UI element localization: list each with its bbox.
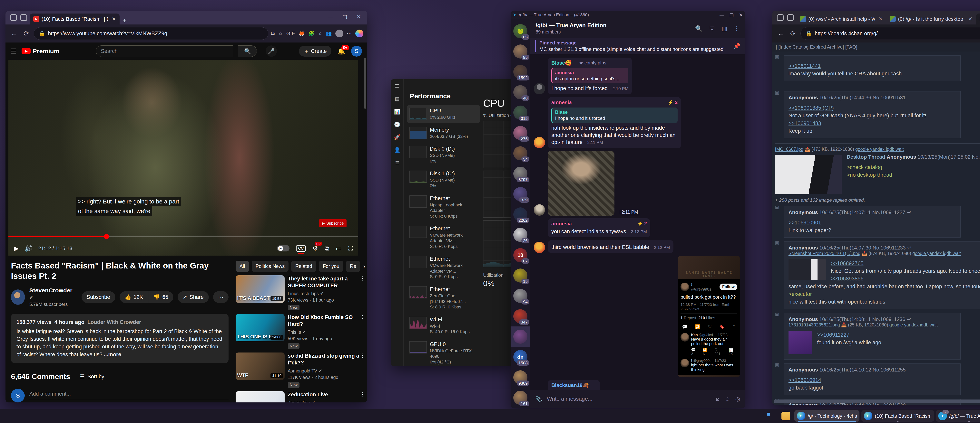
vertical-tabs-icon[interactable] xyxy=(787,14,794,21)
video-thumbnail[interactable]: 39:38 xyxy=(235,391,285,402)
chat-list-item[interactable]: 1592 xyxy=(511,62,530,82)
taskbar-start[interactable] xyxy=(764,410,777,421)
post-collapse-icon[interactable]: ▣ xyxy=(775,90,779,95)
page-scrollbar[interactable] xyxy=(364,58,366,109)
paid-reaction[interactable]: ⚡ 2 xyxy=(631,221,647,227)
quote-link[interactable]: >>106910901 xyxy=(789,220,821,226)
fc-address-bar[interactable]: 🔒https://boards.4chan.org/g/ xyxy=(800,27,980,40)
message-author[interactable]: Blacksuan19🍂 xyxy=(551,382,589,388)
video-thumbnail[interactable]: WTF41:10 xyxy=(235,352,285,380)
image-search-links[interactable]: google yandex iqdb wait xyxy=(889,322,938,328)
chat-header[interactable]: /g/b/ — True Aryan Edition 89 members 🔍 … xyxy=(530,19,745,38)
miniplayer-icon[interactable]: ⧉ xyxy=(325,245,329,252)
chat-list-item[interactable]: 9309 xyxy=(511,367,530,388)
sidebar-toggle-icon[interactable]: ▥ xyxy=(722,25,727,32)
chat-list-item[interactable]: 1867 xyxy=(511,245,530,265)
tab-close-icon[interactable]: ✕ xyxy=(967,16,972,22)
video-thumbnail[interactable]: IT'S A BEAST19:58 xyxy=(235,275,285,303)
tab-close-icon[interactable]: ✕ xyxy=(877,16,883,22)
filter-chip[interactable]: For you xyxy=(319,261,344,272)
voice-chat-icon[interactable]: 🗨 xyxy=(709,25,715,32)
quote-link[interactable]: >>106892765 xyxy=(831,260,864,266)
details-icon[interactable]: ≣ xyxy=(395,160,399,166)
taskbar-telegram[interactable]: ➤60/g/b/ — True Aryan Edit xyxy=(936,410,980,421)
perf-item-wi-fi[interactable]: Wi-FiWi-FiS: 40.0 R: 16.0 Kbps xyxy=(407,314,480,337)
file-link[interactable]: Screenshot From 2025-10-1(...).png xyxy=(789,251,861,256)
more-actions-button[interactable]: ··· xyxy=(213,291,229,303)
channel-name[interactable]: StevenCrowder ✔ xyxy=(29,287,73,300)
chat-search-icon[interactable]: 🔍 xyxy=(695,25,702,32)
workspace-icons[interactable] xyxy=(8,11,30,24)
perf-item-ethernet[interactable]: EthernetVMware Network Adapter VM...S: 0… xyxy=(407,253,480,282)
browser-tab[interactable]: (0) /g/ - Is it the furry desktop en✕ xyxy=(886,14,976,24)
scrubber-knob[interactable] xyxy=(104,234,109,239)
post-collapse-icon[interactable]: ▣ xyxy=(775,240,779,245)
extension-icon[interactable]: 🦊 xyxy=(298,30,305,36)
related-video-item[interactable]: IT'S A BEAST19:58They let me take apart … xyxy=(235,275,365,311)
perf-item-gpu-0[interactable]: GPU 0NVIDIA GeForce RTX 40900% (42 °C) xyxy=(407,339,480,366)
copilot-icon[interactable] xyxy=(355,30,363,37)
chat-list-item[interactable] xyxy=(511,326,530,347)
file-link[interactable]: 17310191430235621.png xyxy=(789,322,840,328)
subscribe-button[interactable]: Subscribe xyxy=(81,291,115,303)
chat-list-item[interactable]: 🐸85 xyxy=(511,21,530,41)
settings-gear-icon[interactable]: ⚙ xyxy=(312,245,318,252)
create-button[interactable]: ＋Create xyxy=(299,46,331,57)
reload-icon[interactable]: ⟳ xyxy=(22,30,31,37)
filter-chip[interactable]: Re xyxy=(346,261,360,272)
chat-list-item[interactable]: 3797 xyxy=(511,163,530,184)
board-links[interactable]: | [Index Catalog Expired Archive] [FAQ] xyxy=(776,44,857,50)
op-thumbnail[interactable] xyxy=(775,155,842,194)
chat-list-item[interactable]: dn1508 xyxy=(511,347,530,367)
message-bubble[interactable]: amnesia⚡ 2BlaseI hope no and it's forced… xyxy=(548,97,681,148)
quote-link[interactable]: >>106911227 xyxy=(817,332,850,338)
taskbar-edge-4chan[interactable]: e/g/ - Technology - 4cha xyxy=(794,410,859,421)
browser-tab[interactable]: (0) /wsr/ - Arch install help - Worl✕ xyxy=(797,14,886,24)
perf-item-cpu[interactable]: CPU0% 2.90 GHz xyxy=(407,105,480,123)
photo-message[interactable] xyxy=(548,151,614,215)
music-extension-icon[interactable]: ♫ xyxy=(318,30,322,36)
reload-icon[interactable]: ⟳ xyxy=(788,30,798,37)
chat-list-item[interactable]: 85 xyxy=(511,41,530,62)
message-bubble[interactable]: amnesia⚡ 2you can detect indians anyways… xyxy=(548,219,650,238)
gif-extension-icon[interactable]: GIF xyxy=(286,30,295,36)
message-avatar[interactable] xyxy=(534,204,545,215)
chips-scroll-right-icon[interactable]: › xyxy=(363,263,365,270)
message-avatar[interactable] xyxy=(534,83,545,94)
image-search-links[interactable]: google yandex iqdb wait xyxy=(855,147,904,152)
address-bar[interactable]: 🔒https://www.youtube.com/watch?v=VlkMNWB… xyxy=(34,27,268,40)
perf-item-disk-0-d-[interactable]: Disk 0 (D:)SSD (NVMe)0% xyxy=(407,143,480,167)
record-icon[interactable]: ◎ xyxy=(735,396,740,402)
channel-watermark-subscribe[interactable]: ▶Subscribe xyxy=(319,219,347,227)
browser-tab[interactable]: /g/ - Technology - 4chan✕ xyxy=(976,14,980,24)
theater-mode-icon[interactable]: ▭ xyxy=(336,245,342,252)
description-more-link[interactable]: ...more xyxy=(104,352,121,357)
chat-list-item[interactable]: 339 xyxy=(511,184,530,204)
notifications-bell-icon[interactable]: 🔔9+ xyxy=(337,48,345,55)
quote-link[interactable]: >>106893856 xyxy=(831,276,864,282)
video-player[interactable]: >> right? But if we're going to be a par… xyxy=(8,60,358,255)
perf-item-ethernet[interactable]: EthernetVMware Network Adapter VM...S: 0… xyxy=(407,223,480,252)
quote-link[interactable]: >>106901483 xyxy=(789,120,821,126)
tab-close-icon[interactable]: ✕ xyxy=(111,16,116,22)
pinned-list-icon[interactable]: 📌 xyxy=(733,43,740,49)
related-video-item[interactable]: 39:38Zeducation LiveZeducation ✔Streamed… xyxy=(235,391,365,402)
search-input[interactable]: Search xyxy=(96,46,233,57)
processes-icon[interactable]: ▤ xyxy=(395,96,399,102)
users-icon[interactable]: 👤 xyxy=(394,147,400,153)
wallet-icon[interactable]: 🧩 xyxy=(308,30,315,36)
message-input[interactable]: Write a message... xyxy=(547,396,711,402)
tg-close-button[interactable]: ✕ xyxy=(739,12,743,17)
startup-icon[interactable]: 🚀 xyxy=(394,134,400,140)
back-icon[interactable]: ← xyxy=(776,30,786,37)
quote-link[interactable]: >>106911441 xyxy=(789,63,821,69)
chat-list-item[interactable]: 26 xyxy=(511,225,530,245)
dislike-button[interactable]: 👎 65 xyxy=(148,291,173,303)
message-author[interactable]: Blase🥰 xyxy=(551,60,571,66)
reply-quote[interactable]: amnesiait's opt-in or something so it's.… xyxy=(551,68,628,83)
vertical-tabs-icon[interactable] xyxy=(21,14,27,21)
emoji-icon[interactable]: ☺ xyxy=(725,396,730,402)
image-search-links[interactable]: google yandex iqdb wait xyxy=(912,251,961,256)
video-kebab-icon[interactable]: ⋮ xyxy=(360,352,365,358)
taskbar-file-explorer[interactable] xyxy=(779,410,792,421)
